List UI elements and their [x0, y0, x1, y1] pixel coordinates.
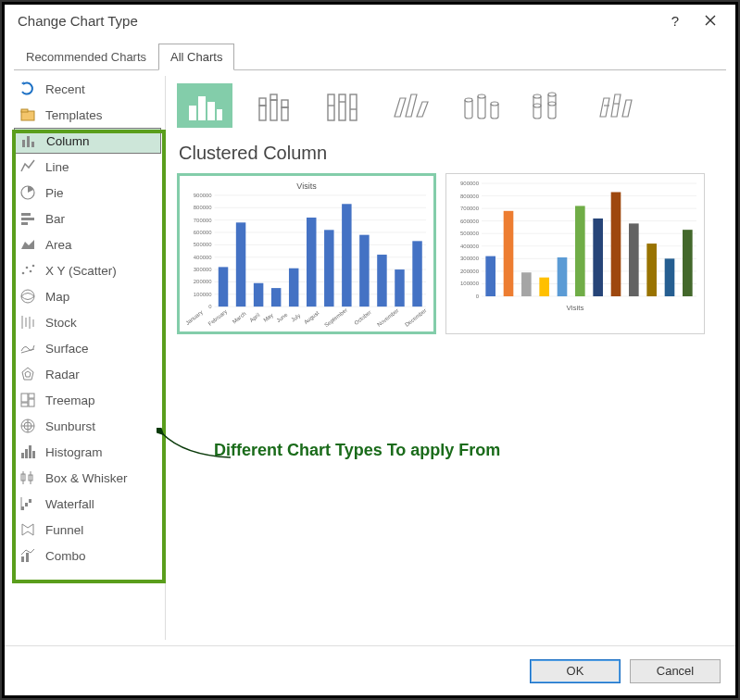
- sidebar-item-area[interactable]: Area: [14, 231, 161, 257]
- chart-preview-2[interactable]: 0100000200000300000400000500000600000700…: [445, 173, 705, 334]
- svg-rect-94: [377, 255, 386, 306]
- sidebar-item-label: Recent: [45, 82, 85, 96]
- svg-text:300000: 300000: [194, 267, 212, 272]
- sidebar-item-templates[interactable]: Templates: [14, 102, 161, 128]
- close-button[interactable]: [693, 7, 728, 33]
- svg-rect-91: [324, 230, 333, 306]
- svg-text:600000: 600000: [460, 219, 480, 224]
- chart-subtype-1[interactable]: [245, 83, 301, 128]
- sidebar-item-line[interactable]: Line: [14, 154, 161, 180]
- help-button[interactable]: ?: [658, 7, 693, 33]
- sidebar-item-x-y-scatter-[interactable]: X Y (Scatter): [14, 257, 161, 283]
- svg-rect-93: [359, 235, 369, 306]
- sidebar-item-label: Templates: [45, 108, 103, 122]
- histogram-icon: [19, 444, 36, 460]
- pie-icon: [19, 184, 36, 201]
- svg-rect-50: [282, 107, 288, 120]
- sidebar-item-radar[interactable]: Radar: [14, 361, 161, 387]
- sidebar-item-histogram[interactable]: Histogram: [14, 439, 161, 465]
- svg-text:800000: 800000: [194, 205, 212, 210]
- svg-rect-126: [646, 244, 657, 296]
- sidebar-item-label: Stock: [45, 316, 77, 330]
- chart-subtype-5[interactable]: [520, 83, 575, 128]
- tabs-row: Recommended Charts All Charts: [5, 36, 735, 70]
- svg-rect-41: [26, 553, 29, 562]
- svg-point-63: [548, 93, 556, 96]
- svg-rect-44: [207, 102, 215, 120]
- dialog-footer: OK Cancel: [5, 645, 735, 695]
- sidebar-item-label: Map: [45, 290, 69, 304]
- svg-rect-8: [21, 222, 28, 225]
- surface-icon: [19, 340, 36, 356]
- svg-text:400000: 400000: [194, 255, 212, 260]
- sidebar-item-label: Histogram: [45, 445, 103, 459]
- svg-rect-40: [21, 556, 24, 562]
- ok-button[interactable]: OK: [530, 659, 621, 683]
- combo-icon: [19, 547, 36, 564]
- chart-subtype-0[interactable]: [177, 83, 232, 128]
- chart-subtype-2[interactable]: [314, 83, 370, 128]
- svg-rect-38: [29, 499, 31, 503]
- svg-rect-28: [21, 453, 24, 458]
- svg-rect-23: [21, 403, 28, 406]
- sidebar-item-recent[interactable]: Recent: [14, 76, 161, 102]
- tab-divider: [14, 69, 726, 70]
- sidebar-item-map[interactable]: Map: [14, 283, 161, 309]
- stock-icon: [19, 314, 36, 331]
- bar-icon: [19, 210, 36, 227]
- svg-rect-52: [328, 94, 334, 120]
- funnel-icon: [19, 521, 36, 538]
- svg-rect-127: [665, 258, 675, 296]
- svg-text:100000: 100000: [460, 281, 480, 286]
- sidebar-item-surface[interactable]: Surface: [14, 335, 161, 361]
- main-panel: Clustered Column Visits 0100000200000300…: [166, 76, 726, 640]
- svg-rect-43: [198, 96, 206, 120]
- sidebar-item-combo[interactable]: Combo: [14, 543, 161, 569]
- chart-subtype-name: Clustered Column: [179, 143, 726, 164]
- svg-point-62: [533, 104, 541, 107]
- sidebar-item-pie[interactable]: Pie: [14, 180, 161, 206]
- preview-x-labels: JanuaryFebruaryMarchAprilMayJuneJulyAugu…: [183, 315, 430, 320]
- sidebar-item-waterfall[interactable]: Waterfall: [14, 491, 161, 517]
- sidebar-item-label: Combo: [45, 549, 86, 563]
- sidebar-item-label: Sunburst: [45, 419, 95, 433]
- dialog-body: RecentTemplatesColumnLinePieBarAreaX Y (…: [5, 70, 735, 645]
- x-y-scatter--icon: [19, 262, 36, 279]
- svg-rect-90: [307, 218, 316, 306]
- sidebar-item-label: Radar: [45, 368, 80, 381]
- tab-recommended-charts[interactable]: Recommended Charts: [14, 44, 158, 70]
- sidebar-item-bar[interactable]: Bar: [14, 206, 161, 231]
- svg-rect-7: [21, 218, 34, 220]
- svg-rect-88: [271, 288, 281, 306]
- sidebar-item-sunburst[interactable]: Sunburst: [14, 413, 161, 439]
- sidebar-item-treemap[interactable]: Treemap: [14, 387, 161, 413]
- svg-rect-31: [32, 451, 35, 458]
- chart-preview-1[interactable]: Visits 010000020000030000040000050000060…: [177, 173, 436, 334]
- sidebar-item-label: Surface: [45, 342, 89, 356]
- templates-icon: [19, 106, 36, 123]
- svg-text:200000: 200000: [194, 279, 212, 284]
- svg-rect-121: [558, 257, 568, 296]
- sidebar-item-stock[interactable]: Stock: [14, 309, 161, 335]
- svg-point-12: [32, 265, 35, 268]
- map-icon: [19, 288, 36, 305]
- sidebar-item-funnel[interactable]: Funnel: [14, 517, 161, 543]
- sidebar-item-column[interactable]: Column: [14, 128, 161, 154]
- svg-point-61: [533, 94, 541, 98]
- svg-text:500000: 500000: [194, 242, 212, 247]
- area-icon: [19, 236, 36, 253]
- dialog-title: Change Chart Type: [18, 13, 658, 29]
- sidebar-item-box-whisker[interactable]: Box & Whisker: [14, 465, 161, 491]
- svg-rect-87: [254, 283, 263, 306]
- chart-subtype-3[interactable]: [383, 83, 438, 128]
- chart-subtype-6[interactable]: [588, 83, 644, 128]
- svg-rect-46: [259, 106, 266, 120]
- tab-all-charts[interactable]: All Charts: [158, 44, 234, 70]
- sidebar-item-label: Treemap: [45, 394, 95, 407]
- svg-rect-123: [593, 219, 603, 296]
- cancel-button[interactable]: Cancel: [630, 659, 721, 683]
- svg-rect-95: [395, 269, 404, 306]
- chart-subtype-4[interactable]: [451, 83, 507, 128]
- svg-rect-128: [683, 230, 693, 296]
- sidebar-item-label: Area: [45, 238, 72, 252]
